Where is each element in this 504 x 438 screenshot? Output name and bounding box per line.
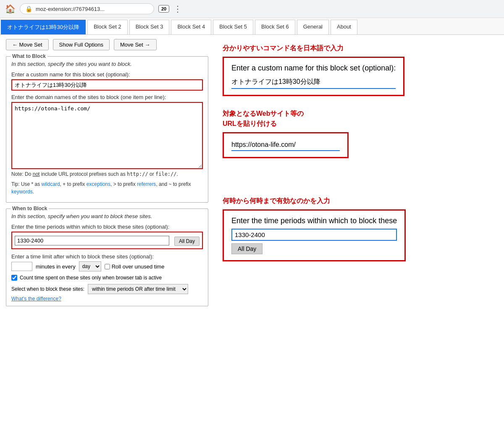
what-to-block-section: What to Block In this section, specify t… — [6, 56, 208, 203]
select-when-row: Select when to block these sites: within… — [11, 284, 203, 294]
tip-sep3: , and ~ to prefix — [156, 181, 191, 187]
when-to-block-desc: In this section, specify when you want t… — [11, 213, 203, 219]
spacer — [223, 171, 496, 196]
url-text: moz-extension://76794613... — [36, 6, 105, 12]
annotation-time-box: Enter the time periods within which to b… — [223, 209, 406, 261]
exceptions-link[interactable]: exceptions — [87, 181, 110, 187]
annotation-name: 分かりやすいコマンド名を日本語で入力 Enter a custom name f… — [223, 43, 496, 96]
menu-dots-icon[interactable]: ⋮ — [173, 4, 182, 14]
wildcard-link[interactable]: wildcard — [42, 181, 60, 187]
annotation-time-label: Enter the time periods within which to b… — [231, 216, 397, 225]
minutes-input[interactable] — [11, 262, 32, 271]
select-when-label: Select when to block these sites: — [11, 286, 84, 292]
note-label: Note: Do — [11, 171, 33, 177]
annotation-time: 何時から何時まで有効なのかを入力 Enter the time periods … — [223, 196, 496, 261]
custom-name-label: Enter a custom name for this block set (… — [11, 71, 203, 78]
annotation-url-box: https://otona-life.com/ — [223, 132, 349, 158]
tabs-container: オトナライフは13時30分以降 Block Set 2 Block Set 3 … — [0, 18, 504, 35]
address-bar[interactable]: 🔒 moz-extension://76794613... — [20, 3, 154, 14]
annotation-name-title: 分かりやすいコマンド名を日本語で入力 — [223, 43, 496, 53]
all-day-button[interactable]: All Day — [174, 237, 200, 246]
period-select[interactable]: day hour — [79, 261, 101, 271]
what-to-block-desc: In this section, specify the sites you w… — [11, 61, 203, 67]
minutes-label: minutes in every — [36, 263, 76, 270]
tip-text: Tip: Use * as wildcard, + to prefix exce… — [11, 180, 203, 196]
tab-general[interactable]: General — [297, 20, 329, 34]
what-to-block-title: What to Block — [10, 53, 47, 59]
count-time-row: Count time spent on these sites only whe… — [11, 275, 203, 281]
annotation-name-box: Enter a custom name for this block set (… — [223, 57, 404, 96]
when-to-block-section: When to Block In this section, specify w… — [6, 209, 208, 306]
note-not: not — [33, 171, 40, 177]
referrers-link[interactable]: referrers — [137, 181, 156, 187]
time-limit-label: Enter a time limit after which to block … — [11, 253, 203, 260]
note-text: Note: Do not include URL protocol prefix… — [11, 170, 203, 178]
count-time-checkbox[interactable] — [11, 275, 17, 281]
annotation-url-value: https://otona-life.com/ — [231, 139, 340, 151]
when-to-block-title: When to Block — [10, 206, 49, 211]
tip-label: Tip: Use * as — [11, 181, 42, 187]
tab-count[interactable]: 20 — [158, 5, 169, 13]
browser-chrome: 🏠 🔒 moz-extension://76794613... 20 ⋮ — [0, 0, 504, 18]
block-when-select[interactable]: within time periods OR after time limit … — [88, 284, 188, 294]
home-icon[interactable]: 🏠 — [5, 4, 16, 14]
domain-textarea[interactable]: https://otona-life.com/ — [11, 102, 203, 169]
annotation-url: 対象となるWebサイト等の URLを貼り付ける https://otona-li… — [223, 109, 496, 158]
time-period-label: Enter the time periods within which to b… — [11, 224, 203, 230]
time-period-container: All Day — [11, 232, 203, 249]
tab-block-set-4[interactable]: Block Set 4 — [171, 20, 211, 34]
tab-block-set-5[interactable]: Block Set 5 — [213, 20, 253, 34]
annotation-time-title: 何時から何時まで有効なのかを入力 — [223, 196, 496, 206]
note-rest: include URL protocol prefixes such as ht… — [39, 171, 178, 177]
tip-sep1: , + to prefix — [60, 181, 87, 187]
tab-block-set-2[interactable]: Block Set 2 — [87, 20, 128, 34]
count-time-label: Count time spent on these sites only whe… — [20, 275, 162, 281]
show-full-options-button[interactable]: Show Full Options — [53, 39, 110, 50]
tip-sep2: , > to prefix — [110, 181, 137, 187]
domain-label: Enter the domain names of the sites to b… — [11, 94, 203, 100]
annotation-name-box-value: オトナライフは13時30分以降 — [231, 76, 396, 89]
lock-icon: 🔒 — [25, 5, 32, 12]
move-set-left-button[interactable]: ← Move Set — [6, 39, 49, 50]
annotation-name-box-label: Enter a custom name for this block set (… — [231, 64, 396, 73]
roll-over-checkbox[interactable] — [105, 264, 110, 269]
annotation-url-title: 対象となるWebサイト等の URLを貼り付ける — [223, 109, 496, 129]
tab-about[interactable]: About — [331, 20, 357, 34]
main-content: ← Move Set Show Full Options Move Set → … — [0, 35, 504, 316]
roll-over-label: Roll over unused time — [105, 263, 165, 270]
right-panel: 分かりやすいコマンド名を日本語で入力 Enter a custom name f… — [214, 35, 504, 316]
annotation-all-day-button[interactable]: All Day — [231, 243, 262, 254]
tab-block-set-3[interactable]: Block Set 3 — [129, 20, 170, 34]
tip-end: . — [33, 189, 34, 195]
left-panel: ← Move Set Show Full Options Move Set → … — [0, 35, 214, 316]
annotation-time-input[interactable] — [231, 229, 397, 241]
move-set-right-button[interactable]: Move Set → — [114, 39, 157, 50]
time-period-input[interactable] — [15, 236, 169, 245]
whats-difference-container: What's the difference? — [11, 296, 203, 302]
tab-block-set-1[interactable]: オトナライフは13時30分以降 — [1, 20, 86, 34]
tab-block-set-6[interactable]: Block Set 6 — [255, 20, 295, 34]
action-bar: ← Move Set Show Full Options Move Set → — [6, 39, 208, 50]
keywords-link[interactable]: keywords — [11, 189, 33, 195]
time-limit-row: minutes in every day hour Roll over unus… — [11, 261, 203, 271]
custom-name-input[interactable] — [11, 79, 203, 91]
whats-difference-link[interactable]: What's the difference? — [11, 296, 61, 302]
